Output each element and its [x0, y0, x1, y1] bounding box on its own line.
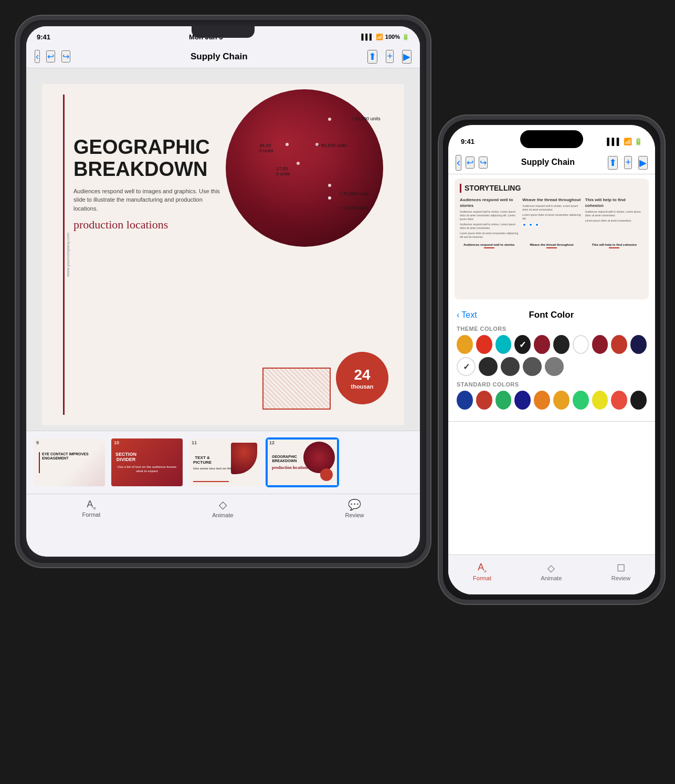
slide-content: www.yourcompany.com GEOGRAPHIC BREAKDOWN…: [42, 84, 404, 425]
color-swatch-red1[interactable]: [476, 335, 492, 354]
slide-left-bar: [63, 95, 65, 415]
format-icon: A≡: [87, 499, 96, 511]
std-color-4[interactable]: [514, 391, 531, 410]
globe-label-4: 17,000 units: [276, 166, 290, 176]
std-color-7[interactable]: [573, 391, 589, 410]
phone-review-button[interactable]: ☐ Review: [611, 562, 630, 581]
phone-format-label: Format: [473, 575, 491, 581]
globe-dot-5: [328, 184, 331, 187]
wifi-icon: 📶: [376, 34, 383, 40]
phone-share-button[interactable]: ⬆: [608, 156, 618, 170]
color-swatch-darkgray2[interactable]: [501, 357, 520, 376]
phone-time: 9:41: [461, 138, 474, 145]
phone-redo-button[interactable]: ↪: [479, 156, 488, 169]
chevron-left-icon: ‹: [457, 310, 459, 320]
phone-slide-cols: Audiences respond well to stories Audien…: [460, 197, 644, 239]
phone-slide-title: STORYTELLING: [460, 184, 644, 193]
std-color-6[interactable]: [553, 391, 569, 410]
phone-add-button[interactable]: +: [624, 156, 632, 169]
phone-battery-icon: 🔋: [634, 138, 642, 145]
review-label: Review: [345, 512, 364, 518]
slide-thumb-11[interactable]: TEXT &PICTURE Use some nice text on this…: [188, 437, 261, 487]
color-swatch-white2[interactable]: ✓: [457, 357, 476, 376]
phone-screen: 9:41 ▌▌▌ 📶 🔋 ‹ ↩ ↪ Supply Chain ⬆ + ▶: [448, 125, 655, 594]
tablet-nav-left: ‹ ↩ ↪: [35, 50, 70, 63]
globe-label-6: • 10,500 units: [340, 205, 369, 211]
color-swatch-crimson[interactable]: [611, 335, 627, 354]
phone-undo-button[interactable]: ↩: [466, 156, 474, 169]
slide-handwriting: production locations: [73, 218, 220, 232]
std-color-9[interactable]: [611, 391, 627, 410]
color-swatch-darkred[interactable]: [534, 335, 550, 354]
phone-navbar: ‹ ↩ ↪ Supply Chain ⬆ + ▶: [448, 151, 655, 174]
thumb-12-number: 12: [269, 440, 275, 445]
slide-inner: www.yourcompany.com GEOGRAPHIC BREAKDOWN…: [42, 84, 404, 425]
phone-slide-col-3: This will help to find cohesion Audience…: [585, 197, 644, 239]
tablet-navbar: ‹ ↩ ↪ Supply Chain ⬆ + ▶: [26, 45, 420, 68]
slide-thumb-10[interactable]: SECTIONDIVIDER Use a bit of text on the …: [110, 437, 184, 487]
std-color-10[interactable]: [630, 391, 647, 410]
slide-title: GEOGRAPHIC BREAKDOWN: [73, 137, 220, 181]
phone-animate-label: Animate: [541, 575, 562, 581]
red-circle-sub: thousan: [351, 383, 374, 390]
tablet-review-button[interactable]: 💬 Review: [345, 498, 364, 518]
slide-thumb-12[interactable]: GEOGRAPHICBREAKDOWN production locations…: [266, 437, 339, 487]
play-button[interactable]: ▶: [402, 50, 412, 64]
phone-format-button[interactable]: A≡ Format: [473, 562, 491, 581]
phone-slide-bottom-labels: Audiences respond well to stories Weave …: [460, 243, 644, 249]
tablet-time: 9:41: [37, 33, 50, 41]
color-swatch-teal[interactable]: [495, 335, 512, 354]
tablet-animate-button[interactable]: ◇ Animate: [212, 498, 233, 518]
phone-back-button[interactable]: ‹: [456, 155, 461, 171]
thumb-9-number: 9: [36, 440, 39, 445]
phone-slide-col-1: Audiences respond well to stories Audien…: [460, 197, 518, 239]
theme-colors-row-2: ✓: [457, 357, 647, 376]
battery-label: 100%: [385, 34, 400, 40]
blue-dot-2: [529, 223, 533, 227]
blue-dots-1: [522, 223, 581, 227]
label-underline-1: [484, 247, 494, 248]
std-color-1[interactable]: [457, 391, 473, 410]
phone-animate-button[interactable]: ◇ Animate: [541, 562, 562, 581]
slide-strip: EYE CONTACT IMPROVES ENGAGEMENT 9 SECTIO…: [26, 431, 420, 494]
phone-nav-left: ‹ ↩ ↪: [456, 155, 488, 171]
color-swatch-yellow[interactable]: [457, 335, 473, 354]
phone-signal-icon: ▌▌▌: [607, 138, 621, 145]
undo-button[interactable]: ↩: [46, 50, 55, 62]
color-swatch-black2[interactable]: [553, 335, 569, 354]
redo-button[interactable]: ↪: [61, 50, 70, 62]
phone-format-icon: A≡: [478, 562, 487, 574]
std-color-3[interactable]: [495, 391, 512, 410]
color-swatch-darkred2[interactable]: [592, 335, 608, 354]
std-color-5[interactable]: [534, 391, 550, 410]
phone-review-label: Review: [611, 575, 630, 581]
share-button[interactable]: ⬆: [367, 50, 377, 64]
panel-back-button[interactable]: ‹ Text: [457, 310, 477, 320]
std-color-2[interactable]: [476, 391, 492, 410]
color-swatch-gray1[interactable]: [523, 357, 542, 376]
striped-area: [262, 368, 331, 410]
thumb-10-number: 10: [114, 440, 119, 445]
phone-play-button[interactable]: ▶: [638, 156, 648, 170]
bottom-label-3: This will help to find cohesion: [585, 243, 644, 246]
std-color-8[interactable]: [592, 391, 608, 410]
globe-dot-4: [297, 162, 300, 165]
globe-dot-2: [286, 143, 289, 146]
back-button[interactable]: ‹: [35, 50, 40, 63]
globe-label-5: • 70,000 units: [340, 191, 369, 196]
panel-title: Font Color: [477, 310, 626, 320]
color-swatch-gray2[interactable]: [545, 357, 564, 376]
tablet-format-button[interactable]: A≡ Format: [82, 499, 100, 518]
phone-slide-col-2: Weave the thread throughout Audiences re…: [522, 197, 581, 239]
slide-thumb-9[interactable]: EYE CONTACT IMPROVES ENGAGEMENT 9: [33, 437, 106, 487]
color-swatch-white[interactable]: [573, 335, 589, 354]
add-button[interactable]: +: [386, 50, 394, 63]
phone-toolbar: A≡ Format ◇ Animate ☐ Review: [448, 555, 655, 594]
tablet-canvas: www.yourcompany.com GEOGRAPHIC BREAKDOWN…: [26, 68, 420, 431]
bottom-label-1: Audiences respond well to stories: [460, 243, 518, 246]
color-swatch-darkgray1[interactable]: [479, 357, 498, 376]
color-swatch-black1[interactable]: ✓: [514, 335, 531, 354]
color-swatch-navy[interactable]: [630, 335, 647, 354]
phone-slide-preview[interactable]: STORYTELLING Audiences respond well to s…: [455, 179, 649, 299]
label-underline-3: [609, 247, 619, 248]
